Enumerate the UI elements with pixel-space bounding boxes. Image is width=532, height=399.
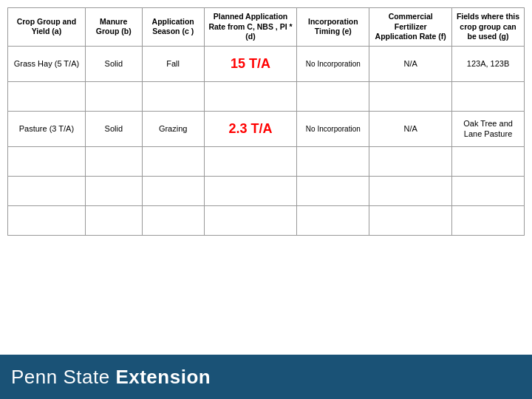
cell-planned-rate-1: 15 T/A <box>204 46 297 81</box>
cell-manure-group-2: Solid <box>85 111 142 146</box>
header-app-season: Application Season (c ) <box>142 8 204 47</box>
header-incorp-timing: Incorporation Timing (e) <box>297 8 369 47</box>
cell-fields-1: 123A, 123B <box>452 46 525 81</box>
cell-comm-fert-1: N/A <box>369 46 452 81</box>
footer-text-normal: Penn State <box>11 366 115 388</box>
cell-crop-group-1: Grass Hay (5 T/A) <box>8 46 86 81</box>
table-header-row: Crop Group and Yield (a) Manure Group (b… <box>8 8 525 47</box>
header-manure-group: Manure Group (b) <box>85 8 142 47</box>
cell-crop-group-2: Pasture (3 T/A) <box>8 111 86 146</box>
cell-fields-2: Oak Tree and Lane Pasture <box>452 111 525 146</box>
header-comm-fert: Commercial Fertilizer Application Rate (… <box>369 8 452 47</box>
nutrient-management-table: Crop Group and Yield (a) Manure Group (b… <box>7 7 525 236</box>
header-planned-rate: Planned Application Rate from C, NBS , P… <box>204 8 297 47</box>
table-row-empty-4 <box>8 205 525 235</box>
cell-manure-group-1: Solid <box>85 46 142 81</box>
table-row-empty-3 <box>8 176 525 205</box>
table-row-empty-2 <box>8 146 525 176</box>
table-row: Pasture (3 T/A) Solid Grazing 2.3 T/A No… <box>8 111 525 146</box>
rate-value-2: 2.3 T/A <box>228 121 272 136</box>
cell-app-season-1: Fall <box>142 46 204 81</box>
cell-app-season-2: Grazing <box>142 111 204 146</box>
footer-text-bold: Extension <box>115 366 211 388</box>
header-fields: Fields where this crop group can be used… <box>452 8 525 47</box>
cell-incorp-1: No Incorporation <box>297 46 369 81</box>
table-row: Grass Hay (5 T/A) Solid Fall 15 T/A No I… <box>8 46 525 81</box>
header-crop-group: Crop Group and Yield (a) <box>8 8 86 47</box>
table-row-empty-1 <box>8 81 525 111</box>
footer: Penn State Extension <box>0 355 532 399</box>
footer-logo-text: Penn State Extension <box>11 366 211 389</box>
incorp-value-1: No Incorporation <box>306 60 361 68</box>
incorp-value-2: No Incorporation <box>306 125 361 133</box>
cell-planned-rate-2: 2.3 T/A <box>204 111 297 146</box>
cell-comm-fert-2: N/A <box>369 111 452 146</box>
rate-value-1: 15 T/A <box>231 56 270 71</box>
cell-incorp-2: No Incorporation <box>297 111 369 146</box>
main-content: Crop Group and Yield (a) Manure Group (b… <box>0 0 532 355</box>
